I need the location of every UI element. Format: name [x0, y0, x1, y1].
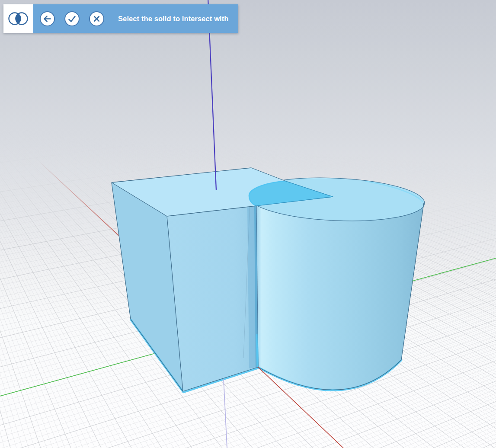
confirm-button[interactable] [64, 11, 80, 26]
cancel-button[interactable] [89, 11, 104, 26]
close-icon [92, 14, 101, 23]
check-icon [67, 14, 77, 23]
active-tool-button[interactable] [3, 4, 33, 33]
back-button[interactable] [40, 11, 55, 26]
toolbar-bar: Select the solid to intersect with [33, 4, 238, 33]
x-axis-far [39, 161, 119, 236]
command-toolbar: Select the solid to intersect with [3, 4, 238, 33]
y-axis-far [0, 353, 155, 396]
intersect-circles-icon [6, 7, 31, 30]
arrow-left-icon [43, 14, 52, 23]
scene-3d [0, 0, 496, 448]
cad-viewport[interactable]: Select the solid to intersect with [0, 0, 496, 448]
cylinder-solid[interactable] [246, 174, 426, 390]
prompt-message: Select the solid to intersect with [118, 15, 229, 23]
